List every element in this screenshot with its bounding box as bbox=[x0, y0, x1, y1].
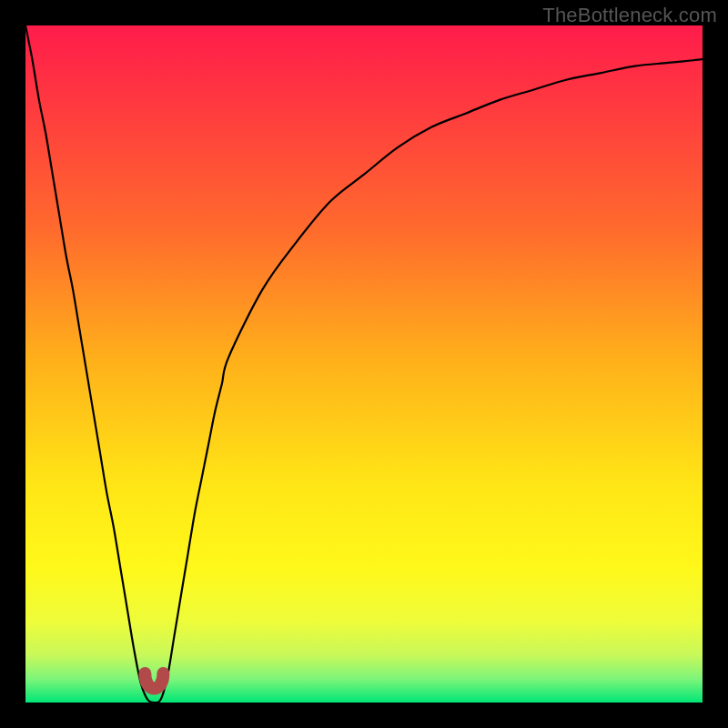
chart-curves bbox=[25, 25, 703, 703]
chart-frame: TheBottleneck.com bbox=[0, 0, 728, 728]
watermark-label: TheBottleneck.com bbox=[542, 4, 717, 27]
plot-area bbox=[25, 25, 703, 703]
optimal-marker-icon bbox=[145, 673, 163, 689]
bottleneck-curve bbox=[25, 25, 703, 703]
